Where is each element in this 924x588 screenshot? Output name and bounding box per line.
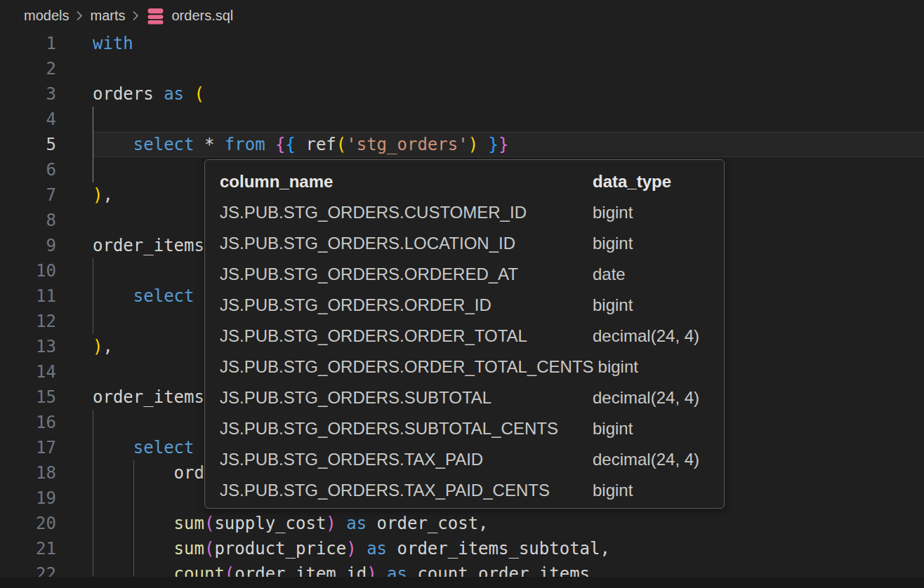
code-line-3[interactable]: orders as ( xyxy=(0,81,924,107)
code-token xyxy=(93,438,133,457)
breadcrumb-item-marts[interactable]: marts xyxy=(90,8,125,24)
code-line-20[interactable]: sum(supply_cost) as order_cost, xyxy=(0,511,924,536)
data-type-cell: bigint xyxy=(593,228,633,259)
code-token: as xyxy=(367,539,387,559)
code-token: with xyxy=(93,34,133,53)
code-token: ( xyxy=(204,514,214,533)
code-token: ref xyxy=(296,135,336,154)
code-token: ) xyxy=(367,564,376,577)
column-name-cell: JS.PUB.STG_ORDERS.ORDERED_AT xyxy=(220,259,593,290)
data-type-cell: bigint xyxy=(593,475,633,506)
indent-guide xyxy=(93,258,93,334)
code-token xyxy=(478,135,488,154)
data-type-cell: bigint xyxy=(593,290,633,321)
code-token: select xyxy=(133,135,194,154)
data-type-cell: bigint xyxy=(598,352,638,382)
breadcrumb-item-file[interactable]: orders.sql xyxy=(171,8,233,24)
code-token xyxy=(184,84,194,104)
code-token: order_cost, xyxy=(367,514,488,533)
code-token: supply_cost xyxy=(214,514,326,533)
code-token: order_items xyxy=(93,236,214,255)
hover-table-header: column_name data_type xyxy=(220,166,724,197)
indent-guide xyxy=(93,107,93,182)
code-line-1[interactable]: with xyxy=(0,31,924,56)
code-token: sum xyxy=(174,539,204,559)
hover-table-row: JS.PUB.STG_ORDERS.ORDER_IDbigint xyxy=(220,290,724,321)
code-token: { xyxy=(286,135,296,154)
hover-table-row: JS.PUB.STG_ORDERS.TAX_PAIDdecimal(24, 4) xyxy=(220,444,724,475)
breadcrumb-item-models[interactable]: models xyxy=(24,8,69,24)
hover-table-row: JS.PUB.STG_ORDERS.ORDERED_ATdate xyxy=(220,259,724,290)
code-token: * xyxy=(194,135,225,154)
hover-table-row: JS.PUB.STG_ORDERS.ORDER_TOTALdecimal(24,… xyxy=(220,321,724,352)
code-token xyxy=(377,564,387,577)
code-token: as xyxy=(346,514,367,533)
column-name-cell: JS.PUB.STG_ORDERS.ORDER_TOTAL xyxy=(220,321,593,352)
code-token xyxy=(265,135,275,154)
column-name-cell: JS.PUB.STG_ORDERS.TAX_PAID_CENTS xyxy=(220,475,593,506)
code-token: select xyxy=(133,286,194,306)
code-token: count_order_items xyxy=(407,564,590,577)
code-token: { xyxy=(275,135,285,154)
code-token: from xyxy=(225,135,265,154)
code-line-22[interactable]: count(order_item_id) as count_order_item… xyxy=(0,561,924,577)
code-token: select xyxy=(133,438,194,457)
code-token xyxy=(336,514,346,533)
column-name-cell: JS.PUB.STG_ORDERS.SUBTOTAL_CENTS xyxy=(220,413,593,444)
column-name-cell: JS.PUB.STG_ORDERS.CUSTOMER_ID xyxy=(220,197,593,228)
hover-table-body: JS.PUB.STG_ORDERS.CUSTOMER_IDbigintJS.PU… xyxy=(220,197,724,506)
hover-widget: column_name data_type JS.PUB.STG_ORDERS.… xyxy=(204,159,725,509)
code-token: ( xyxy=(194,84,204,104)
code-token: orders xyxy=(93,84,164,104)
column-name-cell: JS.PUB.STG_ORDERS.SUBTOTAL xyxy=(220,382,593,413)
code-token: as xyxy=(164,84,184,104)
hover-table-row: JS.PUB.STG_ORDERS.TAX_PAID_CENTSbigint xyxy=(220,475,724,506)
data-type-cell: decimal(24, 4) xyxy=(593,444,699,475)
column-name-cell: JS.PUB.STG_ORDERS.ORDER_ID xyxy=(220,290,593,321)
code-token: , xyxy=(103,337,112,356)
code-token: order_item_id xyxy=(235,564,367,577)
code-token: sum xyxy=(174,514,204,533)
code-line-21[interactable]: sum(product_price) as order_items_subtot… xyxy=(0,536,924,561)
code-token: } xyxy=(489,135,499,154)
hover-table-row: JS.PUB.STG_ORDERS.CUSTOMER_IDbigint xyxy=(220,197,724,228)
code-token: order_items xyxy=(93,387,214,407)
code-token: ( xyxy=(225,564,235,577)
indent-guide xyxy=(93,410,93,577)
editor-bottom-edge xyxy=(0,577,924,588)
breadcrumb: models marts orders.sql xyxy=(0,0,924,31)
code-editor-window: models marts orders.sql 1234567891011121… xyxy=(0,0,924,588)
code-token: ( xyxy=(336,135,346,154)
hover-table-row: JS.PUB.STG_ORDERS.ORDER_TOTAL_CENTSbigin… xyxy=(220,352,724,382)
hover-table-header-data-type: data_type xyxy=(593,166,671,197)
hover-table-row: JS.PUB.STG_ORDERS.SUBTOTALdecimal(24, 4) xyxy=(220,382,724,413)
code-token xyxy=(93,286,133,306)
code-token: ( xyxy=(204,539,214,559)
code-token xyxy=(357,539,367,559)
hover-table-row: JS.PUB.STG_ORDERS.LOCATION_IDbigint xyxy=(220,228,724,259)
chevron-right-icon xyxy=(131,10,140,22)
data-type-cell: date xyxy=(593,259,626,290)
code-line-2[interactable] xyxy=(0,56,924,81)
code-line-5[interactable]: select * from {{ ref('stg_orders') }} xyxy=(0,132,924,157)
data-type-cell: bigint xyxy=(593,197,633,228)
code-token: ) xyxy=(346,539,356,559)
hover-table-row: JS.PUB.STG_ORDERS.SUBTOTAL_CENTSbigint xyxy=(220,413,724,444)
code-line-4[interactable] xyxy=(0,107,924,132)
data-type-cell: decimal(24, 4) xyxy=(593,321,699,352)
code-token: ) xyxy=(468,135,478,154)
code-token: ) xyxy=(93,185,103,205)
code-token: product_price xyxy=(214,539,346,559)
code-token xyxy=(93,135,133,154)
column-name-cell: JS.PUB.STG_ORDERS.ORDER_TOTAL_CENTS xyxy=(220,352,598,382)
database-icon xyxy=(146,6,165,25)
code-token: order_items_subtotal, xyxy=(387,539,610,559)
code-token: , xyxy=(103,185,112,205)
indent-guide xyxy=(133,460,134,577)
chevron-right-icon xyxy=(75,10,84,22)
code-token: count xyxy=(174,564,225,577)
column-name-cell: JS.PUB.STG_ORDERS.TAX_PAID xyxy=(220,444,593,475)
code-token: as xyxy=(387,564,407,577)
column-name-cell: JS.PUB.STG_ORDERS.LOCATION_ID xyxy=(220,228,593,259)
code-token: 'stg_orders' xyxy=(346,135,468,154)
